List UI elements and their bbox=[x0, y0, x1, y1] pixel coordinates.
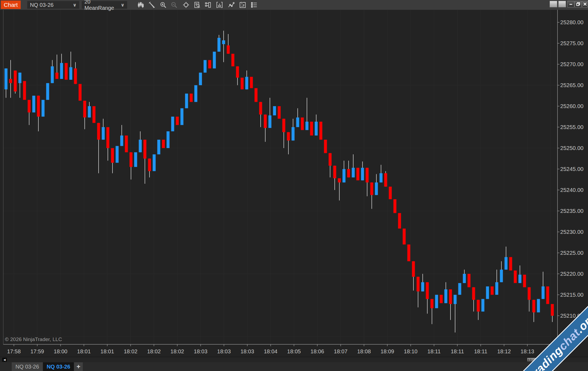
candle-body bbox=[148, 159, 151, 171]
time-axis-label: 18:01 bbox=[100, 348, 114, 354]
candle-body bbox=[500, 270, 503, 282]
candle-body bbox=[32, 96, 35, 113]
time-axis-label: 18:03 bbox=[217, 348, 231, 354]
candle-body bbox=[407, 244, 410, 261]
candle-body bbox=[245, 77, 248, 89]
candle-body bbox=[384, 173, 387, 186]
candle-body bbox=[403, 229, 406, 245]
candle-body bbox=[472, 287, 475, 300]
candle-body bbox=[310, 122, 313, 136]
candle-body bbox=[532, 300, 535, 312]
candle-body bbox=[83, 101, 86, 118]
candle-body bbox=[65, 63, 68, 80]
candle-body bbox=[426, 282, 429, 299]
candle-body bbox=[347, 169, 350, 177]
scroll-left-arrow[interactable]: ◀ bbox=[2, 358, 7, 362]
candle-body bbox=[9, 79, 12, 83]
chart-window: Chart NQ 03-26 ∨ 20 MeanRange ∨ bbox=[0, 0, 588, 371]
time-axis-label: 18:04 bbox=[264, 348, 278, 354]
price-axis-label: 25225.00 bbox=[560, 250, 584, 256]
candle-body bbox=[370, 182, 373, 195]
candle-body bbox=[357, 168, 359, 180]
candle-body bbox=[37, 96, 40, 117]
candle-body bbox=[306, 122, 309, 130]
candle-body bbox=[296, 118, 299, 127]
candle-body bbox=[69, 67, 72, 80]
candle-body bbox=[380, 173, 383, 182]
candle-body bbox=[134, 152, 137, 167]
candle-body bbox=[181, 108, 184, 125]
candle-body bbox=[468, 274, 471, 287]
candle-body bbox=[162, 140, 165, 148]
candle-body bbox=[227, 45, 230, 54]
candle-body bbox=[495, 282, 498, 295]
candle-body bbox=[5, 68, 8, 89]
price-axis-label: 25270.00 bbox=[560, 61, 584, 67]
candle-body bbox=[366, 168, 369, 182]
candle-body bbox=[324, 140, 327, 153]
candle-body bbox=[74, 68, 77, 84]
candle-body bbox=[139, 140, 142, 152]
price-axis-label: 25220.00 bbox=[560, 271, 584, 277]
candle-body bbox=[255, 88, 258, 102]
time-axis-label: 18:12 bbox=[497, 348, 511, 354]
candle-body bbox=[463, 274, 466, 283]
price-axis-label: 25255.00 bbox=[560, 124, 584, 130]
candle-body bbox=[213, 52, 216, 69]
candle-body bbox=[79, 84, 82, 101]
candle-body bbox=[236, 66, 239, 78]
candle-body bbox=[329, 153, 332, 165]
candle-body bbox=[287, 132, 290, 140]
tab-bar: NQ 03-26 NQ 03-26 + bbox=[0, 362, 588, 371]
candle-body bbox=[394, 199, 397, 213]
candle-body bbox=[42, 100, 45, 117]
candle-body bbox=[23, 81, 26, 100]
candle-body bbox=[46, 83, 49, 100]
time-axis-label: 18:05 bbox=[287, 348, 301, 354]
candle-body bbox=[259, 102, 262, 115]
candle-body bbox=[222, 40, 225, 44]
candle-body bbox=[241, 78, 244, 89]
time-axis-label: 17:58 bbox=[7, 348, 21, 354]
candle-body bbox=[435, 295, 438, 308]
time-axis-label: 18:10 bbox=[404, 348, 418, 354]
price-axis-label: 25240.00 bbox=[560, 187, 584, 193]
price-chart[interactable]: 25280.0025275.0025270.0025265.0025260.00… bbox=[0, 0, 588, 357]
add-tab-button[interactable]: + bbox=[74, 362, 83, 371]
candle-body bbox=[190, 94, 193, 102]
candle-body bbox=[269, 115, 272, 128]
candle-body bbox=[440, 295, 443, 303]
time-axis-label: 18:07 bbox=[334, 348, 348, 354]
price-axis-label: 25265.00 bbox=[560, 82, 584, 88]
candle-body bbox=[130, 152, 133, 167]
horizontal-scrollbar: ◀ ▶ bbox=[0, 357, 588, 362]
candle-body bbox=[352, 168, 355, 177]
time-axis-label: 18:03 bbox=[194, 348, 208, 354]
candle-body bbox=[51, 66, 54, 83]
candle-body bbox=[537, 299, 540, 312]
candle-body bbox=[194, 85, 197, 102]
candle-body bbox=[509, 257, 512, 270]
time-axis-label: 18:03 bbox=[240, 348, 254, 354]
candle-body bbox=[102, 127, 105, 140]
candle-body bbox=[417, 277, 420, 292]
candle-body bbox=[505, 257, 508, 269]
candle-body bbox=[231, 54, 234, 66]
candle-body bbox=[167, 131, 170, 148]
candle-body bbox=[301, 118, 304, 130]
tab-nq-03-26-active[interactable]: NQ 03-26 bbox=[43, 362, 74, 371]
candle-body bbox=[264, 115, 267, 128]
tab-nq-03-26[interactable]: NQ 03-26 bbox=[12, 362, 43, 371]
time-axis-label: 18:11 bbox=[451, 348, 464, 354]
candle-body bbox=[519, 275, 522, 283]
candle-body bbox=[444, 289, 447, 303]
time-axis-label: 17:59 bbox=[31, 348, 44, 354]
price-axis-label: 25235.00 bbox=[560, 208, 584, 214]
candle-body bbox=[315, 122, 318, 136]
candle-body bbox=[412, 261, 415, 277]
candle-body bbox=[551, 304, 554, 316]
candle-body bbox=[514, 271, 517, 283]
candle-body bbox=[319, 122, 322, 140]
candle-body bbox=[185, 94, 188, 108]
candle-body bbox=[333, 166, 336, 178]
